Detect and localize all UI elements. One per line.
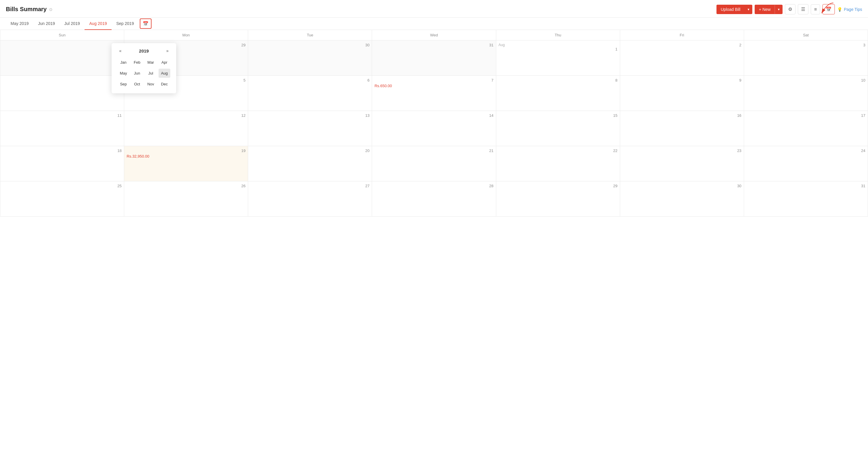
month-btn-aug[interactable]: Aug: [159, 69, 170, 78]
cell-date: 11: [3, 113, 122, 118]
tab-jul-2019[interactable]: Jul 2019: [60, 18, 85, 30]
cell-date: 4: [3, 78, 122, 83]
cell-date: 30: [622, 184, 741, 188]
calendar-cell[interactable]: 30: [248, 40, 372, 76]
cell-date: 2: [622, 43, 741, 47]
calendar-cell[interactable]: 21: [372, 146, 496, 181]
calendar-cell[interactable]: 31: [372, 40, 496, 76]
calendar-container: « 2019 » JanFebMarAprMayJunJulAugSepOctN…: [0, 30, 868, 217]
calendar-cell[interactable]: 19Rs.32,950.00: [124, 146, 248, 181]
calendar-cell[interactable]: 25: [0, 181, 124, 217]
calendar-cell[interactable]: 2: [620, 40, 744, 76]
calendar-cell[interactable]: 12: [124, 111, 248, 146]
calendar-cell[interactable]: 24: [744, 146, 868, 181]
cell-date: 17: [746, 113, 865, 118]
tab-may-2019[interactable]: May 2019: [6, 18, 33, 30]
cell-date: 21: [374, 149, 493, 153]
gear-icon: ⚙: [788, 6, 792, 12]
calendar-cell[interactable]: Aug1: [496, 40, 620, 76]
cell-date: 24: [746, 149, 865, 153]
calendar-cell[interactable]: 20: [248, 146, 372, 181]
month-picker-prev[interactable]: «: [118, 48, 123, 54]
settings-button[interactable]: ⚙: [785, 4, 796, 14]
cell-date: 14: [374, 113, 493, 118]
calendar-cell[interactable]: 27: [248, 181, 372, 217]
upload-bill-button[interactable]: Upload Bill ▾: [716, 5, 752, 14]
cell-date: 20: [250, 149, 369, 153]
cell-date: 29: [499, 184, 618, 188]
calendar-cell[interactable]: 7Rs.650.00: [372, 76, 496, 111]
calendar-cell[interactable]: 26: [124, 181, 248, 217]
page-tips-button[interactable]: 💡 Page Tips: [837, 7, 862, 12]
calendar-cell[interactable]: 16: [620, 111, 744, 146]
month-btn-jan[interactable]: Jan: [118, 58, 129, 67]
month-btn-dec[interactable]: Dec: [159, 80, 170, 89]
cell-date: 27: [250, 184, 369, 188]
upload-bill-dropdown[interactable]: ▾: [745, 5, 752, 14]
cell-amount: Rs.650.00: [374, 84, 493, 88]
calendar-cell[interactable]: 9: [620, 76, 744, 111]
month-btn-may[interactable]: May: [118, 69, 129, 78]
info-icon[interactable]: ⊙: [49, 7, 53, 12]
cell-date: 13: [250, 113, 369, 118]
tab-aug-2019[interactable]: Aug 2019: [85, 18, 112, 30]
calendar-cell[interactable]: 28: [0, 40, 124, 76]
calendar-cell[interactable]: 4: [0, 76, 124, 111]
cell-date: 31: [374, 43, 493, 47]
list-view-button[interactable]: ☰: [798, 4, 808, 14]
calendar-cell[interactable]: 23: [620, 146, 744, 181]
calendar-cell[interactable]: 13: [248, 111, 372, 146]
calendar-header-thu: Thu: [496, 30, 620, 40]
new-dropdown[interactable]: ▾: [775, 5, 782, 14]
month-btn-mar[interactable]: Mar: [145, 58, 157, 67]
month-btn-sep[interactable]: Sep: [118, 80, 129, 89]
arrow-annotation: [816, 0, 839, 18]
cell-date: 9: [622, 78, 741, 83]
month-picker-year: 2019: [139, 49, 149, 54]
calendar-cell[interactable]: 30: [620, 181, 744, 217]
cell-date: 8: [499, 78, 618, 83]
cell-date: 15: [499, 113, 618, 118]
calendar-cell[interactable]: 15: [496, 111, 620, 146]
tab-sep-2019[interactable]: Sep 2019: [112, 18, 138, 30]
tab-calendar-icon: 📅: [143, 21, 149, 26]
cell-date: 12: [127, 113, 246, 118]
calendar-cell[interactable]: 6: [248, 76, 372, 111]
calendar-header-sun: Sun: [0, 30, 124, 40]
cell-date: 7: [374, 78, 493, 83]
calendar-cell[interactable]: 17: [744, 111, 868, 146]
cell-date: 25: [3, 184, 122, 188]
month-btn-oct[interactable]: Oct: [131, 80, 143, 89]
upload-bill-main[interactable]: Upload Bill: [716, 5, 744, 14]
calendar-cell[interactable]: 18: [0, 146, 124, 181]
new-button[interactable]: + New ▾: [755, 5, 782, 14]
tab-jun-2019[interactable]: Jun 2019: [33, 18, 60, 30]
calendar-cell[interactable]: 28: [372, 181, 496, 217]
cell-date: 28: [3, 43, 122, 47]
month-btn-jun[interactable]: Jun: [131, 69, 143, 78]
cell-date: 30: [250, 43, 369, 47]
tab-calendar-picker[interactable]: 📅: [140, 19, 152, 29]
calendar-cell[interactable]: 29: [496, 181, 620, 217]
month-picker-grid: JanFebMarAprMayJunJulAugSepOctNovDec: [118, 58, 170, 89]
page-header: Bills Summary ⊙ Upload Bill ▾ + New ▾ ⚙ …: [0, 0, 868, 18]
calendar-cell[interactable]: 22: [496, 146, 620, 181]
month-picker-next[interactable]: »: [164, 48, 170, 54]
calendar-cell[interactable]: 10: [744, 76, 868, 111]
month-btn-feb[interactable]: Feb: [131, 58, 143, 67]
month-btn-jul[interactable]: Jul: [145, 69, 157, 78]
calendar-header-wed: Wed: [372, 30, 496, 40]
cell-date: 31: [746, 184, 865, 188]
calendar-cell[interactable]: 8: [496, 76, 620, 111]
new-main[interactable]: + New: [755, 5, 775, 14]
cell-date: 18: [3, 149, 122, 153]
calendar-cell[interactable]: 3: [744, 40, 868, 76]
month-btn-nov[interactable]: Nov: [145, 80, 157, 89]
calendar-cell[interactable]: 14: [372, 111, 496, 146]
month-label: Aug: [499, 43, 618, 47]
calendar-header-mon: Mon: [124, 30, 248, 40]
calendar-cell[interactable]: 31: [744, 181, 868, 217]
calendar-header-fri: Fri: [620, 30, 744, 40]
calendar-cell[interactable]: 11: [0, 111, 124, 146]
month-btn-apr[interactable]: Apr: [159, 58, 170, 67]
